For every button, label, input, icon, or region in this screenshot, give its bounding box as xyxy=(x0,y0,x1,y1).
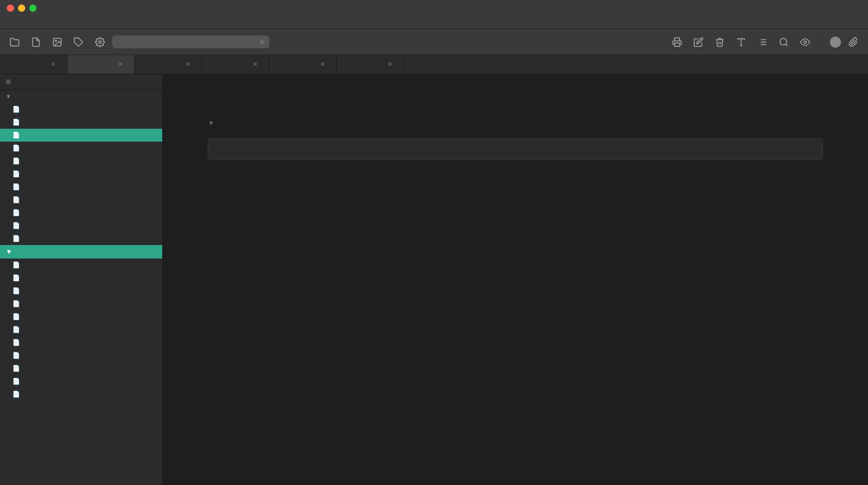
tab-pacman-unstuck[interactable]: ✕ xyxy=(0,55,67,74)
menubar xyxy=(0,16,868,29)
tab-close-cloud[interactable]: ✕ xyxy=(320,61,325,68)
tabbar: ✕ ✕ ✕ ✕ ✕ ✕ xyxy=(0,55,868,74)
settings-icon xyxy=(95,37,105,47)
svg-point-1 xyxy=(55,40,56,41)
directories-icon: ⊞ xyxy=(6,78,11,85)
format-button[interactable] xyxy=(732,33,750,51)
menu-view[interactable] xyxy=(27,21,36,24)
toolbar: ✕ xyxy=(0,29,868,55)
tab-tromjaro[interactable]: ✕ xyxy=(67,55,135,74)
file-icon: 📄 xyxy=(12,196,20,203)
attachment-button[interactable] xyxy=(844,33,862,51)
maximize-button[interactable] xyxy=(29,4,36,12)
sidebar-item-52-md[interactable]: 📄 xyxy=(0,284,162,297)
file-icon: 📄 xyxy=(12,144,20,152)
minimize-button[interactable] xyxy=(18,4,25,12)
svg-point-3 xyxy=(99,40,102,43)
menu-help[interactable] xyxy=(49,21,58,24)
tag-button[interactable] xyxy=(70,33,88,51)
tab-54[interactable]: ✕ xyxy=(337,55,404,74)
sidebar-item-dflip-md[interactable]: 📄 xyxy=(0,206,162,219)
edit-button[interactable] xyxy=(689,33,707,51)
tab-optimize-pdf[interactable]: ✕ xyxy=(135,55,202,74)
section-header-show-notes[interactable]: ▼ xyxy=(0,245,162,259)
heading-chevron-clean: ▼ xyxy=(208,119,214,127)
file-icon: 📄 xyxy=(12,261,20,269)
sidebar-item-notes-md[interactable]: 📄 xyxy=(0,103,162,116)
file-icon: 📄 xyxy=(12,300,20,307)
file-icon: 📄 xyxy=(12,132,20,139)
sidebar-item-51-md[interactable]: 📄 xyxy=(0,297,162,310)
file-icon: 📄 xyxy=(12,170,20,178)
sidebar-item-45-md[interactable]: 📄 xyxy=(0,375,162,388)
file-icon: 📄 xyxy=(12,391,20,398)
tab-close-restart[interactable]: ✕ xyxy=(253,61,258,68)
file-icon: 📄 xyxy=(12,339,20,346)
list-button[interactable] xyxy=(753,33,771,51)
close-button[interactable] xyxy=(7,4,14,12)
titlebar xyxy=(0,0,868,16)
tab-cloud[interactable]: ✕ xyxy=(269,55,337,74)
search-button[interactable] xyxy=(775,33,793,51)
window-controls xyxy=(7,4,36,12)
svg-point-11 xyxy=(780,38,787,45)
sidebar-item-money-md[interactable]: 📄 xyxy=(0,180,162,193)
tab-close-tromjaro[interactable]: ✕ xyxy=(118,61,123,68)
file-icon: 📄 xyxy=(12,365,20,372)
image-button[interactable] xyxy=(48,33,66,51)
eye-icon xyxy=(800,37,810,47)
pencil-icon xyxy=(693,37,703,47)
sidebar-item-44-md[interactable]: 📄 xyxy=(0,388,162,401)
paperclip-icon xyxy=(848,37,858,47)
file-icon: 📄 xyxy=(12,119,20,126)
file-icon: 📄 xyxy=(12,287,20,294)
sidebar-item-pacman-unstuck-md[interactable]: 📄 xyxy=(0,155,162,167)
search-clear-icon[interactable]: ✕ xyxy=(259,38,265,46)
file-icon: 📄 xyxy=(12,274,20,282)
sidebar: ⊞ ▼ 📄 📄 📄 📄 xyxy=(0,74,163,485)
sidebar-item-49-md[interactable]: 📄 xyxy=(0,323,162,336)
sidebar-item-companies-md[interactable]: 📄 xyxy=(0,219,162,232)
file-icon: 📄 xyxy=(12,222,20,229)
folder-open-icon xyxy=(10,37,20,47)
image-icon xyxy=(52,37,62,47)
menu-file[interactable] xyxy=(4,21,13,24)
preview-button[interactable] xyxy=(796,33,814,51)
open-folder-button[interactable] xyxy=(6,33,24,51)
tab-close-pacman[interactable]: ✕ xyxy=(51,61,56,68)
sidebar-item-optimize-pdf-md[interactable]: 📄 xyxy=(0,142,162,155)
sidebar-item-46-md[interactable]: 📄 xyxy=(0,362,162,375)
search-input[interactable] xyxy=(117,38,256,46)
tab-close-optimize[interactable]: ✕ xyxy=(185,61,190,68)
delete-button[interactable] xyxy=(711,33,729,51)
sidebar-item-47-md[interactable]: 📄 xyxy=(0,349,162,362)
sidebar-item-cloud-md[interactable]: 📄 xyxy=(0,116,162,129)
settings-button[interactable] xyxy=(91,33,109,51)
menu-window[interactable] xyxy=(38,21,47,24)
sidebar-item-movies-md[interactable]: 📄 xyxy=(0,193,162,206)
search-box[interactable]: ✕ xyxy=(112,35,269,48)
section-header-notes[interactable]: ▼ xyxy=(0,90,162,103)
main-layout: ⊞ ▼ 📄 📄 📄 📄 xyxy=(0,74,868,485)
sidebar-item-books-md[interactable]: 📄 xyxy=(0,232,162,245)
editor-area: ▼ xyxy=(163,74,868,485)
sidebar-item-50-md[interactable]: 📄 xyxy=(0,310,162,323)
sidebar-item-48-md[interactable]: 📄 xyxy=(0,336,162,349)
menu-edit[interactable] xyxy=(16,21,25,24)
chevron-down-icon: ▼ xyxy=(6,93,11,99)
heading-clean-block: ▼ xyxy=(208,119,823,127)
sidebar-item-restart-bluetooth-md[interactable]: 📄 xyxy=(0,167,162,180)
search-icon xyxy=(779,37,789,47)
sidebar-item-54-md[interactable]: 📄 xyxy=(0,259,162,271)
tab-restart-bluetooth[interactable]: ✕ xyxy=(202,55,269,74)
sidebar-item-tromjaro-md[interactable]: 📄 xyxy=(0,129,162,142)
new-file-icon xyxy=(31,37,41,47)
sidebar-item-53-md[interactable]: 📄 xyxy=(0,271,162,284)
tab-close-54[interactable]: ✕ xyxy=(387,61,392,68)
format-icon xyxy=(736,37,746,47)
new-file-button[interactable] xyxy=(27,33,45,51)
editor-content[interactable]: ▼ xyxy=(163,74,868,485)
print-button[interactable] xyxy=(668,33,686,51)
trash-icon xyxy=(715,37,725,47)
file-icon: 📄 xyxy=(12,378,20,385)
